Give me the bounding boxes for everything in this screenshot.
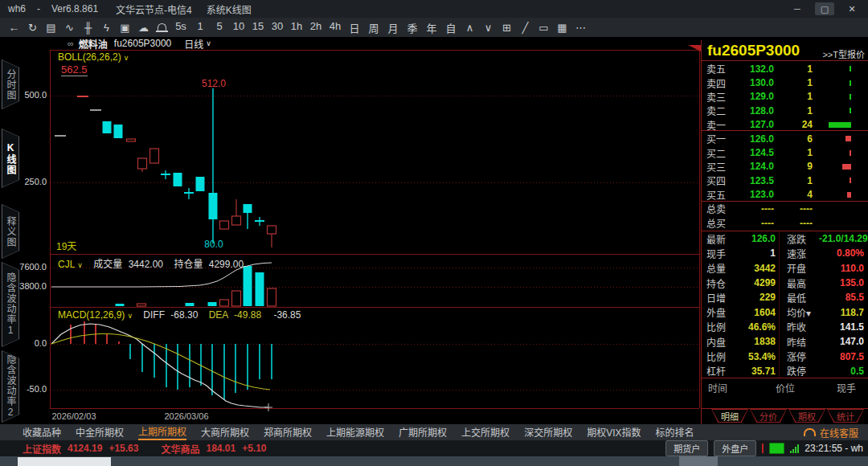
period-selector[interactable]: 日线 <box>184 37 203 51</box>
period-button-日[interactable]: 日 <box>345 20 364 35</box>
detail-value: 35.71 <box>734 366 776 377</box>
detail-row: 总量3442开盘110.0 <box>702 261 868 276</box>
nav-item-上交所期权[interactable]: 上交所期权 <box>461 425 510 439</box>
sidebar-tab-K线图[interactable]: K线图 <box>2 129 19 188</box>
period-button-4h[interactable]: 4h <box>326 20 345 35</box>
toolbar-layout-icon[interactable]: ▦ <box>553 22 571 34</box>
t-quote-link[interactable]: >>T型报价 <box>822 47 865 60</box>
taskbar-segment[interactable] <box>679 456 718 466</box>
volume-header: CJL∨ 成交量 3442.00 持仓量 4299.00 <box>58 256 244 270</box>
period-button-1[interactable]: 1 <box>190 20 210 35</box>
tab-inner: 隐含波动率2 <box>2 351 18 422</box>
detail-label: 最低 <box>787 291 819 305</box>
app-name: wh6 <box>8 3 26 14</box>
maximize-button[interactable]: ▢ <box>815 2 834 15</box>
volume-bar-down <box>116 304 125 306</box>
refresh-icon[interactable]: ↻ <box>23 22 42 34</box>
line-chart-icon[interactable]: ∿ <box>60 22 79 34</box>
bid-row-买一[interactable]: 买一126.06 <box>702 132 868 145</box>
kline-chart[interactable] <box>19 50 701 424</box>
bid-row-买三[interactable]: 买三124.09 <box>702 160 868 174</box>
nav-item-广期所期权[interactable]: 广期所期权 <box>399 425 447 439</box>
detail-row: 比例53.4%涨停807.5 <box>702 349 868 363</box>
chart-box-icon[interactable]: ▣ <box>116 22 134 34</box>
quote-tab-明细[interactable]: 明细 <box>711 409 748 423</box>
bid-depth-bar <box>842 164 851 170</box>
toolbar-chevrons-down-icon[interactable]: ∨ <box>479 22 497 34</box>
period-button-自[interactable]: 自 <box>441 20 461 35</box>
macd-indicator-label[interactable]: MACD(12,26,9) <box>58 309 125 321</box>
nav-item-上期能源期权[interactable]: 上期能源期权 <box>326 425 384 439</box>
sidebar-tab-分时图[interactable]: 分时图 <box>2 59 19 109</box>
toolbar-chevrons-up-icon[interactable]: ∧ <box>461 22 479 34</box>
sidebar-tab-释义图[interactable]: 释义图 <box>2 204 19 259</box>
minimize-button[interactable]: ─ <box>788 2 807 15</box>
status-right: 期货户 外盘户 23:21:55 - wh <box>665 440 863 456</box>
futures-account-button[interactable]: 期货户 <box>665 440 708 456</box>
candle-chart-icon[interactable]: ╫ <box>79 22 97 34</box>
shanghai-index-label[interactable]: 上证指数 <box>23 442 61 456</box>
sidebar-tab-隐含波动率2[interactable]: 隐含波动率2 <box>2 350 19 423</box>
period-button-15[interactable]: 15 <box>248 20 268 35</box>
period-button-月[interactable]: 月 <box>383 20 403 35</box>
foreign-account-button[interactable]: 外盘户 <box>714 440 756 456</box>
quote-tab-期权[interactable]: 期权 <box>788 409 825 423</box>
period-button-季[interactable]: 季 <box>403 20 422 35</box>
boll-indicator-label[interactable]: BOLL(26,26,2)∨ <box>58 51 129 63</box>
detail-label: 日增 <box>706 291 734 305</box>
bid-row-买二[interactable]: 买二124.51 <box>702 145 868 159</box>
period-button-30[interactable]: 30 <box>268 20 287 35</box>
nav-item-期权VIX指数[interactable]: 期权VIX指数 <box>587 425 641 439</box>
nav-item-深交所期权[interactable]: 深交所期权 <box>524 425 572 439</box>
period-button-5s[interactable]: 5s <box>171 20 190 35</box>
chevron-down-icon[interactable]: ∨ <box>206 39 211 47</box>
quote-tab-分价[interactable]: 分价 <box>750 409 787 423</box>
nav-item-中金所期权[interactable]: 中金所期权 <box>76 425 124 439</box>
wenhua-index-label[interactable]: 文华商品 <box>161 442 199 456</box>
period-button-2h[interactable]: 2h <box>306 20 326 35</box>
nav-item-郑商所期权[interactable]: 郑商所期权 <box>264 425 312 439</box>
toolbar-trendline-icon[interactable]: ╱ <box>516 22 534 34</box>
period-button-5[interactable]: 5 <box>210 20 229 35</box>
quote-tab-统计[interactable]: 统计 <box>827 409 864 423</box>
book-price: 130.0 <box>735 77 774 88</box>
detail-label: 速涨 <box>787 247 819 260</box>
bell-icon[interactable] <box>153 22 171 34</box>
candle-down <box>209 193 218 219</box>
ask-row-卖三[interactable]: 卖三129.01 <box>702 90 868 104</box>
app-version: Ver6.8.861 <box>51 3 98 14</box>
detail-label: 比例 <box>706 320 734 333</box>
quote-separator <box>702 231 868 231</box>
period-button-1h[interactable]: 1h <box>287 20 306 35</box>
toolbar-more-icon[interactable]: ⋯ <box>571 22 590 34</box>
nav-item-标的排名[interactable]: 标的排名 <box>655 425 694 439</box>
details-divider <box>779 231 780 378</box>
bid-row-买四[interactable]: 买四123.51 <box>702 174 868 187</box>
volume-bar-down <box>256 272 264 306</box>
book-volume: ---- <box>774 218 813 229</box>
cjl-indicator-label[interactable]: CJL <box>58 259 75 270</box>
taskbar-app-window[interactable] <box>18 457 111 466</box>
link-icon[interactable]: ∞ <box>68 39 72 48</box>
nav-item-收藏品种[interactable]: 收藏品种 <box>23 425 61 439</box>
ask-row-卖四[interactable]: 卖四130.01 <box>702 76 868 89</box>
toolbar-rectangle-icon[interactable]: ▭ <box>534 22 553 34</box>
period-button-10[interactable]: 10 <box>229 20 248 35</box>
ask-row-卖五[interactable]: 卖五132.01 <box>702 62 868 76</box>
lightning-icon[interactable]: ϟ <box>97 22 116 34</box>
nav-item-大商所期权[interactable]: 大商所期权 <box>201 425 249 439</box>
bid-row-买五[interactable]: 买五123.04 <box>702 188 868 202</box>
quote-list-icon[interactable]: ▤ <box>42 22 60 34</box>
sidebar-tab-隐含波动率1[interactable]: 隐含波动率1 <box>2 262 19 347</box>
customer-service[interactable]: 在线客服 <box>804 424 858 440</box>
period-button-年[interactable]: 年 <box>422 20 441 35</box>
back-icon[interactable]: ← <box>5 21 23 34</box>
cloud-icon[interactable]: ☁ <box>134 22 153 34</box>
period-button-周[interactable]: 周 <box>364 20 383 35</box>
ask-row-卖二[interactable]: 卖二128.01 <box>702 104 868 117</box>
toolbar-insert-icon[interactable]: ⊞ <box>497 22 516 34</box>
detail-label: 昨结 <box>787 335 819 349</box>
close-button[interactable]: ✕ <box>842 2 862 15</box>
book-price: 127.0 <box>735 119 774 130</box>
nav-item-上期所期权[interactable]: 上期所期权 <box>138 424 186 440</box>
